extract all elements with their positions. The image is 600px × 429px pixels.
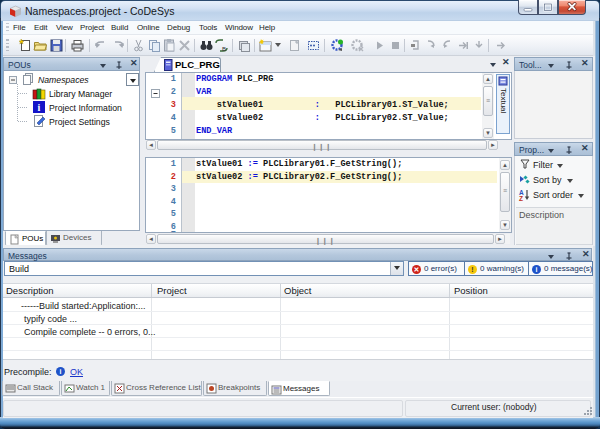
svg-text:Z: Z [519, 195, 523, 202]
svg-text:i: i [38, 102, 41, 113]
svg-text:B: B [222, 46, 226, 52]
